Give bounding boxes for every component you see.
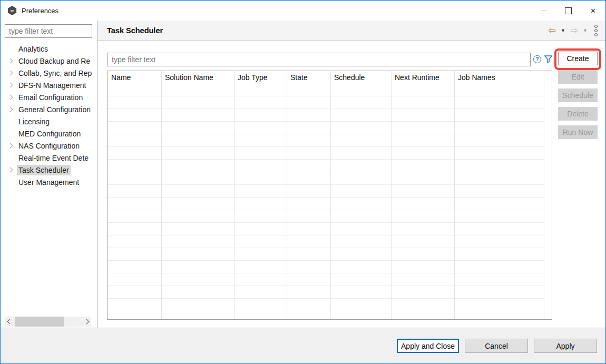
column-separator <box>161 71 162 319</box>
column-header-next-runtime[interactable]: Next Runtime <box>391 71 454 84</box>
sidebar-filter-input[interactable] <box>5 24 92 38</box>
column-header-job-names[interactable]: Job Names <box>454 71 552 84</box>
sidebar-item-label: Task Scheduler <box>17 165 71 175</box>
close-icon: ✕ <box>590 7 596 14</box>
sidebar-item-label: Email Configuration <box>17 92 84 103</box>
page-title: Task Scheduler <box>107 26 163 35</box>
filter-funnel-icon[interactable] <box>544 54 553 64</box>
run-now-button[interactable]: Run Now <box>558 125 598 139</box>
sidebar-item-cloud-backup-and-re[interactable]: Cloud Backup and Re <box>1 55 96 67</box>
table-body[interactable] <box>107 84 544 319</box>
forward-arrow-icon: ⇨ <box>570 26 578 35</box>
dialog-body: AnalyticsCloud Backup and ReCollab, Sync… <box>1 21 605 328</box>
chevron-glyph <box>7 168 13 173</box>
task-action-buttons: CreateEditScheduleDeleteRun Now <box>558 52 598 139</box>
column-header-solution-name[interactable]: Solution Name <box>161 71 234 84</box>
sidebar-item-analytics[interactable]: Analytics <box>1 43 96 55</box>
window-title: Preferences <box>22 7 58 15</box>
delete-button[interactable]: Delete <box>558 107 598 121</box>
chevron-glyph <box>7 107 13 112</box>
sidebar-item-med-configuration[interactable]: MED Configuration <box>1 127 96 140</box>
table-header-row: NameSolution NameJob TypeStateScheduleNe… <box>107 71 552 84</box>
header-toolbar: ⇦ ▼ ⇨ ▼ <box>547 25 601 36</box>
sidebar-item-label: Analytics <box>17 44 50 54</box>
chevron-glyph <box>7 83 13 88</box>
forward-button[interactable]: ⇨ <box>569 26 579 35</box>
column-separator <box>287 71 287 319</box>
column-separator <box>391 71 392 319</box>
minimize-icon <box>541 11 546 11</box>
view-menu-icon <box>592 25 600 36</box>
sidebar-item-label: Real-time Event Dete <box>17 153 90 163</box>
chevron-right-icon[interactable] <box>6 59 14 63</box>
sidebar-item-user-management[interactable]: User Management <box>1 176 96 188</box>
sidebar-item-label: MED Configuration <box>17 129 82 139</box>
page-content: ? NameSolution NameJob TypeStateSchedule… <box>97 41 605 328</box>
sidebar-item-nas-configuration[interactable]: NAS Configuration <box>1 140 96 152</box>
sidebar-tree: AnalyticsCloud Backup and ReCollab, Sync… <box>1 42 96 312</box>
chevron-glyph <box>7 143 13 149</box>
chevron-right-icon[interactable] <box>6 144 14 147</box>
back-arrow-icon: ⇦ <box>548 26 556 35</box>
apply-button[interactable]: Apply <box>534 339 597 353</box>
column-header-job-type[interactable]: Job Type <box>234 71 287 84</box>
chevron-right-icon[interactable] <box>6 71 14 75</box>
table-vertical-scrollbar[interactable] <box>544 71 552 319</box>
title-bar[interactable]: ∞ Preferences ✕ <box>1 1 605 21</box>
app-logo-icon: ∞ <box>7 6 17 15</box>
chevron-right-icon[interactable] <box>6 95 14 99</box>
sidebar: AnalyticsCloud Backup and ReCollab, Sync… <box>1 21 97 328</box>
column-separator <box>454 71 455 319</box>
chevron-down-icon: ▼ <box>561 28 565 33</box>
scroll-right-icon[interactable] <box>82 317 91 327</box>
column-separator <box>330 71 331 319</box>
sidebar-item-licensing[interactable]: Licensing <box>1 115 96 127</box>
sidebar-item-real-time-event-dete[interactable]: Real-time Event Dete <box>1 152 96 164</box>
chevron-glyph <box>7 95 13 100</box>
edit-button[interactable]: Edit <box>558 70 598 84</box>
sidebar-item-label: Cloud Backup and Re <box>17 56 92 66</box>
close-button[interactable]: ✕ <box>581 1 605 21</box>
sidebar-item-collab-sync-and-rep[interactable]: Collab, Sync, and Rep <box>1 67 96 79</box>
minimize-button[interactable] <box>531 1 556 21</box>
sidebar-item-general-configuration[interactable]: General Configuration <box>1 103 96 115</box>
apply-and-close-button[interactable]: Apply and Close <box>397 339 459 353</box>
chevron-glyph <box>7 58 13 64</box>
sidebar-item-email-configuration[interactable]: Email Configuration <box>1 91 96 103</box>
schedule-button[interactable]: Schedule <box>558 88 598 102</box>
sidebar-item-label: DFS-N Management <box>17 80 87 91</box>
scrollbar-thumb[interactable] <box>15 317 64 327</box>
maximize-button[interactable] <box>556 1 581 21</box>
back-button[interactable]: ⇦ <box>547 26 557 35</box>
chevron-right-icon[interactable] <box>6 107 14 111</box>
view-menu-button[interactable] <box>591 25 601 36</box>
cancel-button[interactable]: Cancel <box>465 339 528 353</box>
chevron-right-icon[interactable] <box>6 83 14 87</box>
back-history-dropdown[interactable]: ▼ <box>560 28 566 33</box>
maximize-icon <box>565 7 572 14</box>
chevron-glyph <box>7 71 13 76</box>
sidebar-item-label: Collab, Sync, and Rep <box>17 68 93 78</box>
sidebar-item-label: User Management <box>17 177 81 188</box>
create-button[interactable]: Create <box>558 52 598 65</box>
sidebar-item-dfs-n-management[interactable]: DFS-N Management <box>1 79 96 91</box>
preferences-dialog: ∞ Preferences ✕ AnalyticsCloud Backup an… <box>0 0 606 364</box>
forward-history-dropdown[interactable]: ▼ <box>582 28 589 33</box>
sidebar-item-label: Licensing <box>17 116 51 127</box>
sidebar-horizontal-scrollbar[interactable] <box>5 317 91 327</box>
scroll-left-icon[interactable] <box>5 317 14 327</box>
page-header: Task Scheduler ⇦ ▼ ⇨ ▼ <box>97 21 605 41</box>
column-separator <box>234 71 234 319</box>
column-header-name[interactable]: Name <box>107 71 161 84</box>
column-header-state[interactable]: State <box>287 71 330 84</box>
column-header-schedule[interactable]: Schedule <box>330 71 391 84</box>
help-icon[interactable]: ? <box>533 55 541 63</box>
window-controls: ✕ <box>531 1 605 21</box>
task-filter-input[interactable] <box>107 53 531 66</box>
chevron-down-icon: ▼ <box>583 28 588 33</box>
main-panel: Task Scheduler ⇦ ▼ ⇨ ▼ ? <box>97 21 605 328</box>
sidebar-item-task-scheduler[interactable]: Task Scheduler <box>1 164 96 176</box>
chevron-right-icon[interactable] <box>6 168 14 172</box>
task-table: NameSolution NameJob TypeStateScheduleNe… <box>107 71 552 320</box>
sidebar-item-label: General Configuration <box>17 104 92 115</box>
